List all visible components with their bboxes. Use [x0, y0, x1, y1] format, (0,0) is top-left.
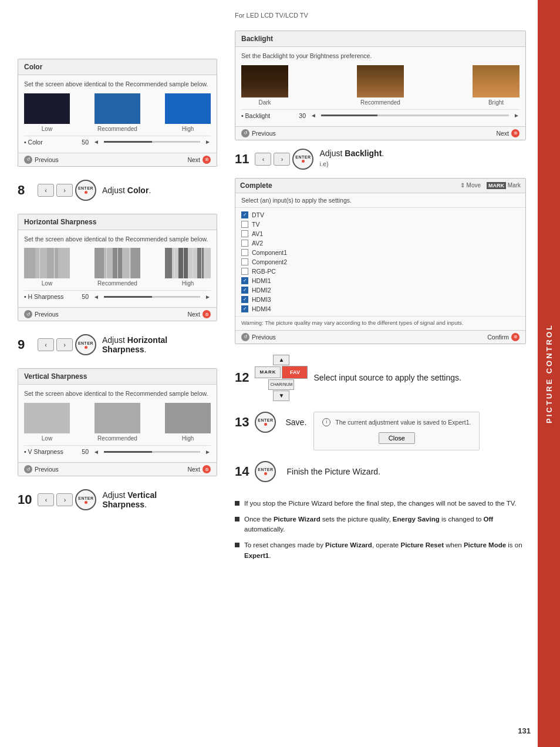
step-9-right-btn[interactable]: ›	[56, 338, 73, 351]
input-hdmi3[interactable]: ✓ HDMI3	[241, 295, 519, 304]
av2-checkbox[interactable]	[241, 240, 248, 247]
step-11-right-btn[interactable]: ›	[274, 153, 290, 166]
h-sharp-label-rec: Recommended	[97, 280, 137, 287]
backlight-desc: Set the Backlight to your Brightness pre…	[241, 52, 519, 60]
v-sharp-label-rec: Recommended	[97, 435, 137, 442]
step-8-right-btn[interactable]: ›	[56, 184, 73, 197]
step-13-number: 13	[235, 415, 249, 430]
hdmi1-check-mark: ✓	[243, 278, 247, 283]
input-rgb-pc[interactable]: RGB-PC	[241, 267, 519, 276]
input-av2[interactable]: AV2	[241, 238, 519, 248]
v-sharp-previous-label: Previous	[35, 466, 59, 473]
hdmi3-label: HDMI3	[252, 296, 271, 303]
color-previous-btn[interactable]: ↺ Previous	[24, 156, 59, 164]
backlight-img-dark	[241, 65, 288, 97]
backlight-slider-track[interactable]	[321, 115, 509, 116]
h-sharp-next-btn[interactable]: Next ⊛	[187, 310, 211, 318]
color-slider-fill	[104, 141, 152, 143]
step-13-enter-label: ENTER	[258, 418, 273, 422]
color-next-btn[interactable]: Next ⊛	[187, 156, 211, 164]
hdmi3-checkbox[interactable]: ✓	[241, 296, 248, 303]
component2-checkbox[interactable]	[241, 258, 248, 265]
backlight-title: Backlight	[235, 31, 525, 47]
h-sharpness-slider-track[interactable]	[104, 296, 200, 298]
backlight-previous-btn[interactable]: ↺ Previous	[241, 129, 276, 137]
backlight-arrow-left[interactable]: ◄	[311, 112, 316, 119]
step-13-enter-btn[interactable]: ENTER	[255, 412, 276, 433]
char-btn[interactable]: CHAR/NUM	[268, 379, 294, 390]
color-panel: Color Set the screen above identical to …	[18, 59, 217, 167]
backlight-arrow-right[interactable]: ►	[514, 112, 519, 119]
input-hdmi1[interactable]: ✓ HDMI1	[241, 276, 519, 285]
h-sharp-arrow-left[interactable]: ◄	[93, 294, 99, 300]
step-10-right-btn[interactable]: ›	[56, 493, 73, 506]
step-10-left-btn[interactable]: ‹	[38, 493, 54, 506]
step-9-enter-dot	[85, 346, 87, 349]
hdmi1-checkbox[interactable]: ✓	[241, 277, 248, 284]
tv-checkbox[interactable]	[241, 221, 248, 228]
dtv-checkbox[interactable]: ✓	[241, 211, 248, 218]
step-11-left-btn[interactable]: ‹	[255, 153, 271, 166]
mark-btn[interactable]: MARK	[255, 366, 281, 378]
input-tv[interactable]: TV	[241, 220, 519, 229]
step-13-save-label: Save.	[285, 418, 306, 427]
color-slider-track[interactable]	[104, 141, 200, 143]
step-10-enter-btn[interactable]: ENTER	[75, 489, 96, 510]
complete-warning: Warning: The picture quality may vary ac…	[235, 316, 525, 330]
color-preview-low: Low	[24, 93, 70, 132]
step-12-up-btn[interactable]: ▲	[273, 355, 289, 365]
step-14-enter-btn[interactable]: ENTER	[255, 461, 276, 482]
h-sharp-arrow-right[interactable]: ►	[205, 294, 211, 300]
backlight-previous-label: Previous	[252, 130, 276, 137]
color-arrow-left[interactable]: ◄	[93, 139, 99, 145]
input-component2[interactable]: Component2	[241, 257, 519, 267]
color-panel-desc: Set the screen above identical to the Re…	[24, 80, 211, 89]
av2-label: AV2	[252, 240, 263, 247]
input-dtv[interactable]: ✓ DTV	[241, 210, 519, 220]
color-arrow-right[interactable]: ►	[205, 139, 211, 145]
av1-label: AV1	[252, 230, 263, 237]
v-sharpness-slider-track[interactable]	[104, 451, 200, 453]
h-sharp-img-rec	[95, 248, 140, 278]
rgb-pc-checkbox[interactable]	[241, 268, 248, 275]
step-8-enter-btn[interactable]: ENTER	[75, 180, 96, 201]
complete-previous-btn[interactable]: ↺ Previous	[241, 333, 276, 341]
info-icon: i	[322, 418, 330, 426]
hdmi2-checkbox[interactable]: ✓	[241, 287, 248, 294]
input-component1[interactable]: Component1	[241, 248, 519, 257]
complete-confirm-btn[interactable]: Confirm ⊛	[487, 333, 519, 341]
hdmi4-checkbox[interactable]: ✓	[241, 305, 248, 312]
input-av1[interactable]: AV1	[241, 229, 519, 238]
step-8-number: 8	[18, 183, 32, 198]
step-9-enter-btn[interactable]: ENTER	[75, 334, 96, 355]
step-14-enter-dot	[264, 472, 267, 475]
v-sharp-arrow-left[interactable]: ◄	[93, 449, 99, 455]
color-panel-title: Color	[18, 59, 217, 75]
v-sharp-label-high: High	[182, 435, 194, 442]
right-column: For LED LCD TV/LCD TV Backlight Set the …	[235, 12, 526, 735]
step-11-text-col: Adjust Backlight. i.e)	[319, 149, 384, 167]
step-12-down-btn[interactable]: ▼	[273, 391, 289, 401]
input-hdmi2[interactable]: ✓ HDMI2	[241, 285, 519, 295]
step-8-left-btn[interactable]: ‹	[38, 184, 54, 197]
v-sharp-next-btn[interactable]: Next ⊛	[187, 465, 211, 473]
step-9-left-btn[interactable]: ‹	[38, 338, 54, 351]
fav-btn[interactable]: FAV	[282, 366, 308, 379]
backlight-img-bright	[473, 65, 519, 97]
h-sharp-previous-btn[interactable]: ↺ Previous	[24, 310, 59, 318]
h-sharpness-slider-fill	[104, 296, 152, 298]
v-sharp-arrow-right[interactable]: ►	[205, 449, 211, 455]
complete-panel: Complete ⇕ Move MARK Mark Select (an) in…	[235, 178, 526, 344]
bullet-1: If you stop the Picture Wizard before th…	[235, 499, 526, 509]
backlight-next-btn[interactable]: Next ⊛	[496, 129, 519, 137]
close-btn[interactable]: Close	[379, 432, 415, 444]
step-11-enter-btn[interactable]: ENTER	[292, 149, 313, 170]
input-hdmi4[interactable]: ✓ HDMI4	[241, 304, 519, 314]
component1-checkbox[interactable]	[241, 249, 248, 256]
h-sharpness-panel: Horizontal Sharpness Set the screen abov…	[18, 214, 217, 322]
v-sharp-previous-btn[interactable]: ↺ Previous	[24, 465, 59, 473]
av1-checkbox[interactable]	[241, 230, 248, 237]
bullet-1-text: If you stop the Picture Wizard before th…	[244, 499, 516, 509]
bullet-1-icon	[235, 501, 239, 506]
mark-badge: MARK	[487, 182, 506, 189]
